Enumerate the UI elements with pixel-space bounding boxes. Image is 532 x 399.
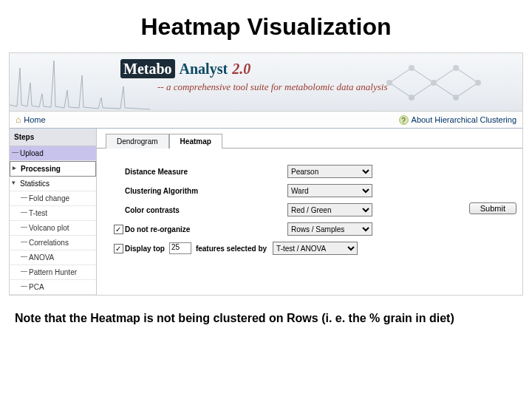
logo-analyst: Analyst [180,61,228,78]
nav-left: ⌂ Home [16,115,46,125]
sidebar-head: Steps [10,129,96,146]
tagline: -- a comprehensive tool suite for metabo… [157,81,387,93]
svg-line-4 [389,83,412,98]
sidebar: Steps —Upload ▸Processing ▾Statistics —F… [10,129,97,295]
cluster-label: Clustering Algorithm [125,187,287,195]
sidebar-item-label: Pattern Hunter [29,268,77,276]
mark-icon: — [21,238,27,245]
cluster-select[interactable]: Ward [287,184,372,197]
display-label-pre: Display top [125,245,169,253]
sidebar-sub-volcano[interactable]: —Volcano plot [10,221,96,236]
logo-metabo: Metabo [123,61,172,77]
molecule-decor [375,58,493,109]
sidebar-sub-foldchange[interactable]: —Fold change [10,191,96,206]
svg-point-12 [475,80,481,86]
distance-select[interactable]: Pearson [287,165,372,178]
about-link[interactable]: About Hierarchical Clustering [412,115,516,124]
mark-icon: — [21,267,27,275]
home-icon: ⌂ [16,115,21,125]
sidebar-sub-pca[interactable]: —PCA [10,280,96,295]
sidebar-sub-anova[interactable]: —ANOVA [10,250,96,265]
svg-point-10 [431,80,437,86]
app-container: MetaboAnalyst 2.0 -- a comprehensive too… [9,52,523,296]
reorg-select[interactable]: Rows / Samples [287,222,372,236]
sidebar-item-label: ANOVA [29,253,54,262]
svg-point-14 [453,95,459,100]
mark-icon: — [21,194,27,201]
svg-point-11 [453,65,459,71]
row-color: Color contrasts Red / Green [112,200,514,219]
logo-version: 2.0 [232,61,250,78]
display-checkbox[interactable]: ✓ [114,244,123,253]
svg-line-5 [412,83,434,98]
mark-icon: — [21,253,27,260]
sidebar-item-label: Statistics [20,180,50,188]
svg-point-13 [409,95,415,100]
tabs: Dendrogram Heatmap [97,129,522,149]
navbar: ⌂ Home ? About Hierarchical Clustering [10,111,522,129]
row-reorg: ✓ Do not re-organize Rows / Samples [112,219,514,239]
content-row: Steps —Upload ▸Processing ▾Statistics —F… [10,129,522,295]
color-label: Color contrasts [125,206,287,214]
sidebar-item-label: PCA [29,283,44,291]
svg-line-0 [389,68,412,83]
svg-line-1 [412,68,434,83]
sidebar-item-label: T-test [29,209,47,217]
form-area: Distance Measure Pearson Clustering Algo… [97,149,522,265]
svg-point-9 [409,65,415,71]
svg-point-8 [386,80,392,86]
reorg-checkbox[interactable]: ✓ [114,225,123,234]
sidebar-item-label: Fold change [29,194,69,202]
display-label-post: features selected by [191,245,273,253]
distance-label: Distance Measure [125,168,287,176]
sidebar-item-upload[interactable]: —Upload [10,146,96,161]
submit-button[interactable]: Submit [469,202,516,214]
mark-icon: — [21,223,27,231]
mark-icon: — [21,282,27,290]
sidebar-sub-correlations[interactable]: —Correlations [10,236,96,250]
svg-line-7 [456,83,478,98]
svg-line-6 [434,83,456,98]
mark-icon: — [21,208,27,216]
svg-line-2 [434,68,456,83]
sidebar-item-label: Processing [21,165,61,173]
sidebar-sub-ttest[interactable]: —T-test [10,206,96,221]
display-top-input[interactable]: 25 [169,242,191,254]
logo: MetaboAnalyst 2.0 [120,59,250,78]
tab-heatmap[interactable]: Heatmap [169,134,222,149]
color-select[interactable]: Red / Green [287,203,372,216]
sidebar-sub-pattern[interactable]: —Pattern Hunter [10,265,96,280]
sidebar-item-label: Upload [20,149,44,157]
row-distance: Distance Measure Pearson [112,162,514,181]
sidebar-item-label: Correlations [29,239,69,247]
help-icon[interactable]: ? [399,115,409,125]
tab-dendrogram[interactable]: Dendrogram [106,134,169,149]
home-link[interactable]: Home [24,115,45,124]
svg-line-3 [456,68,478,83]
app-banner: MetaboAnalyst 2.0 -- a comprehensive too… [10,53,522,111]
triangle-down-icon: ▾ [12,179,16,186]
sidebar-item-processing[interactable]: ▸Processing [10,161,96,177]
slide-title: Heatmap Visualization [0,0,532,48]
sidebar-item-statistics[interactable]: ▾Statistics [10,177,96,191]
main-panel: Dendrogram Heatmap Distance Measure Pear… [97,129,522,295]
row-cluster: Clustering Algorithm Ward [112,181,514,200]
display-by-select[interactable]: T-test / ANOVA [273,242,358,255]
slide-footnote: Note that the Heatmap is not being clust… [0,296,532,327]
row-display: ✓ Display top 25 features selected by T-… [112,239,514,258]
mark-icon: — [12,149,18,156]
triangle-right-icon: ▸ [13,164,16,171]
reorg-label: Do not re-organize [125,225,287,233]
sidebar-item-label: Volcano plot [29,224,69,232]
nav-right: ? About Hierarchical Clustering [399,115,516,125]
